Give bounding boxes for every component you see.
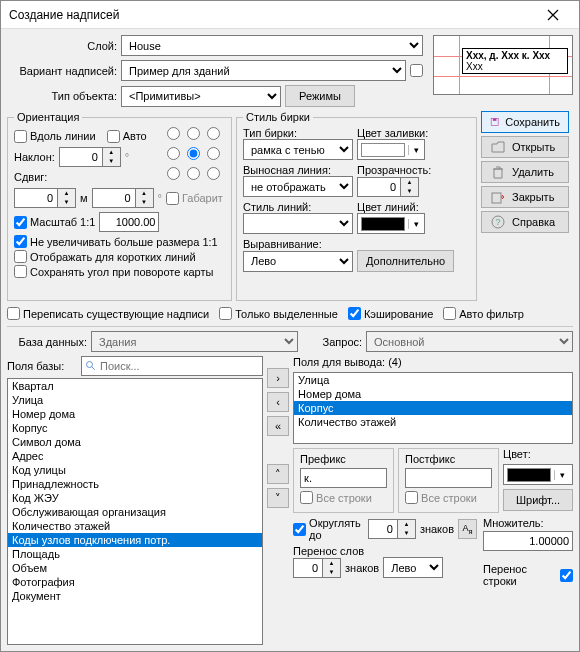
close-button[interactable]: Закрыть	[481, 186, 569, 208]
titlebar: Создание надписей	[1, 1, 579, 29]
shift-x[interactable]	[14, 188, 58, 208]
out-list-item[interactable]: Номер дома	[294, 387, 572, 401]
cache-chk[interactable]: Кэширование	[348, 307, 433, 320]
text-color-pick[interactable]: ▾	[503, 464, 573, 485]
base-list-item[interactable]: Адрес	[8, 449, 262, 463]
allrows2-chk[interactable]: Все строки	[405, 491, 477, 504]
base-list-item[interactable]: Обслуживающая организация	[8, 505, 262, 519]
wrap-val[interactable]	[293, 558, 323, 578]
close-window[interactable]	[533, 2, 573, 28]
out-list-item[interactable]: Улица	[294, 373, 572, 387]
transp-input[interactable]	[357, 177, 401, 197]
db-select[interactable]: Здания	[91, 331, 298, 352]
out-list-item[interactable]: Количество этажей	[294, 415, 572, 429]
round-val[interactable]	[368, 519, 398, 539]
base-list-item[interactable]: Фотография	[8, 575, 262, 589]
linestyle-select[interactable]	[243, 213, 353, 234]
svg-rect-1	[493, 119, 496, 121]
outfields-label: Поля для вывода: (4)	[293, 356, 573, 368]
linewrap-chk[interactable]: Перенос строки	[483, 563, 573, 587]
allrows1-chk[interactable]: Все строки	[300, 491, 372, 504]
fillcolor-pick[interactable]: ▾	[357, 139, 425, 160]
layer-label: Слой:	[7, 40, 117, 52]
anchor-grid[interactable]	[167, 127, 225, 185]
move-up[interactable]: ˄	[267, 464, 289, 484]
orientation-fieldset: Ориентация Вдоль линии Авто Наклон: ▲▼ °	[7, 111, 232, 301]
base-list-item[interactable]: Площадь	[8, 547, 262, 561]
open-button[interactable]: Открыть	[481, 136, 569, 158]
font-btn[interactable]: Шрифт...	[503, 489, 573, 511]
remove-field[interactable]: ‹	[267, 392, 289, 412]
wrap-label: Перенос слов	[293, 545, 477, 557]
layer-select[interactable]: House	[121, 35, 423, 56]
window-title: Создание надписей	[9, 8, 533, 22]
out-fields-list[interactable]: УлицаНомер домаКорпусКоличество этажей	[293, 372, 573, 444]
along-line-chk[interactable]: Вдоль линии	[14, 130, 96, 143]
query-select[interactable]: Основной	[366, 331, 573, 352]
modes-btn[interactable]: Режимы	[285, 85, 355, 107]
shift-y[interactable]	[92, 188, 136, 208]
scale11-chk[interactable]: Масштаб 1:1	[14, 216, 95, 229]
svg-rect-2	[492, 193, 501, 203]
tagtype-select[interactable]: рамка с тенью	[243, 139, 353, 160]
svg-point-5	[87, 362, 93, 368]
overwrite-chk[interactable]: Переписать существующие надписи	[7, 307, 209, 320]
remove-all[interactable]: «	[267, 416, 289, 436]
auto-chk[interactable]: Авто	[107, 130, 147, 143]
variant-chk[interactable]	[410, 64, 423, 77]
slope-input[interactable]	[59, 147, 103, 167]
help-button[interactable]: ?Справка	[481, 211, 569, 233]
base-list-item[interactable]: Код улицы	[8, 463, 262, 477]
add-field[interactable]: ›	[267, 368, 289, 388]
shortlines-chk[interactable]: Отображать для коротких линий	[14, 250, 196, 263]
move-down[interactable]: ˅	[267, 488, 289, 508]
label-preview: Xxx, д. Xxx к. Xxx Xxx	[433, 35, 573, 95]
autofilt-chk[interactable]: Авто фильтр	[443, 307, 524, 320]
prefix-input[interactable]	[300, 468, 387, 488]
postfix-input[interactable]	[405, 468, 492, 488]
base-list-item[interactable]: Код ЖЭУ	[8, 491, 262, 505]
base-list-item[interactable]: Коды узлов подключения потр.	[8, 533, 262, 547]
objtype-select[interactable]: <Примитивы>	[121, 86, 281, 107]
base-list-item[interactable]: Корпус	[8, 421, 262, 435]
base-fields-list[interactable]: КварталУлицаНомер домаКорпусСимвол домаА…	[7, 378, 263, 645]
keepangle-chk[interactable]: Сохранять угол при повороте карты	[14, 265, 213, 278]
noenlarge-chk[interactable]: Не увеличивать больше размера 1:1	[14, 235, 218, 248]
az-btn[interactable]: Aя	[458, 519, 477, 539]
multiplier-input[interactable]	[483, 531, 573, 551]
base-list-item[interactable]: Количество этажей	[8, 519, 262, 533]
delete-button[interactable]: Удалить	[481, 161, 569, 183]
leader-select[interactable]: не отображать	[243, 176, 353, 197]
variant-label: Вариант надписей:	[7, 65, 117, 77]
svg-text:?: ?	[495, 217, 500, 227]
base-list-item[interactable]: Номер дома	[8, 407, 262, 421]
save-button[interactable]: Сохранить	[481, 111, 569, 133]
out-list-item[interactable]: Корпус	[294, 401, 572, 415]
base-list-item[interactable]: Объем	[8, 561, 262, 575]
selonly-chk[interactable]: Только выделенные	[219, 307, 338, 320]
linecolor-pick[interactable]: ▾	[357, 213, 425, 234]
variant-select[interactable]: Пример для зданий	[121, 60, 406, 81]
search-input[interactable]	[97, 358, 259, 374]
scale-input[interactable]	[99, 212, 159, 232]
gabarit-chk[interactable]: Габарит	[166, 192, 223, 205]
wrap-align[interactable]: Лево	[383, 557, 443, 578]
align-select[interactable]: Лево	[243, 251, 353, 272]
base-list-item[interactable]: Принадлежность	[8, 477, 262, 491]
base-list-item[interactable]: Символ дома	[8, 435, 262, 449]
base-list-item[interactable]: Улица	[8, 393, 262, 407]
tagstyle-fieldset: Стиль бирки Тип бирки: Цвет заливки: рам…	[236, 111, 477, 301]
base-list-item[interactable]: Документ	[8, 589, 262, 603]
round-chk[interactable]: Округлять до	[293, 517, 364, 541]
search-icon	[85, 360, 97, 372]
more-btn[interactable]: Дополнительно	[357, 250, 454, 272]
objtype-label: Тип объекта:	[7, 90, 117, 102]
base-list-item[interactable]: Квартал	[8, 379, 262, 393]
